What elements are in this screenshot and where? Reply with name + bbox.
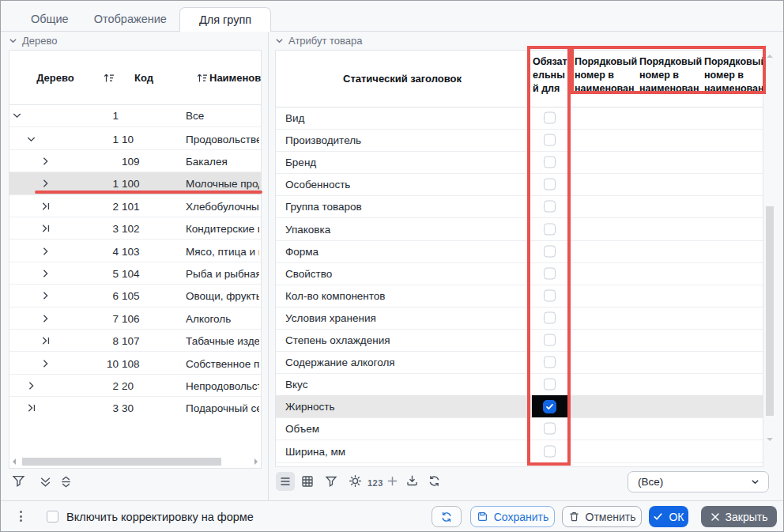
scroll-up-arrow[interactable] [767,55,773,58]
attribute-row[interactable]: Содержание алкоголя [276,351,763,374]
column-header-order-1[interactable]: Порядковый номер в наименован [575,55,638,96]
table-view-icon[interactable] [301,475,314,488]
required-checkbox[interactable] [544,289,556,301]
required-checkbox[interactable] [544,201,556,213]
tree-row[interactable]: 109Бакалея [9,149,261,172]
expand-node-icon[interactable] [40,290,51,302]
tree-row[interactable]: 2101Хлебобулочные и [9,194,261,217]
tree-row[interactable]: 6105Овощи, фрукты [9,284,261,307]
expand-node-leaf-icon[interactable] [40,200,51,212]
list-view-toggle[interactable] [276,472,295,491]
expand-node-leaf-icon[interactable] [40,335,51,347]
tab-display[interactable]: Отображение [81,7,179,31]
tree-row[interactable]: 3102Кондитерские из [9,217,261,240]
save-button[interactable]: Сохранить [470,506,555,527]
attribute-row[interactable]: Упаковка [276,218,763,241]
tree-row[interactable]: 5104Рыба и рыбная га [9,262,261,285]
filter-icon[interactable] [12,474,25,488]
attribute-row[interactable]: Особенность [276,173,763,196]
tab-general[interactable]: Общие [18,7,81,31]
gear-icon[interactable] [349,474,362,488]
attribute-row[interactable]: Ширина, мм [276,440,763,463]
collapse-node-icon[interactable] [25,133,37,145]
attribute-row[interactable]: Свойство [276,262,763,285]
scroll-right-arrow[interactable] [254,458,258,465]
expand-node-icon[interactable] [40,312,51,324]
attribute-row[interactable]: Степень охлаждения [276,329,763,352]
attribute-row[interactable]: Вид [276,107,763,130]
refresh-button[interactable] [432,506,462,527]
expand-node-icon[interactable] [25,379,37,391]
cancel-button[interactable]: Отменить [562,506,642,527]
expand-node-icon[interactable] [40,245,51,257]
refresh-icon[interactable] [428,474,441,488]
column-header-name[interactable]: Наименова [209,51,261,104]
scrollbar-thumb[interactable] [22,458,221,466]
numeric-format-icon[interactable]: 123 [368,478,383,488]
required-checkbox[interactable] [544,423,556,435]
attribute-row[interactable]: Объем [276,417,763,440]
ok-button[interactable]: ОК [649,506,688,527]
attribute-row[interactable]: Производитель [276,129,763,152]
required-checkbox[interactable] [544,311,556,323]
horizontal-scrollbar[interactable] [11,457,259,466]
tree-row[interactable]: 1Все [9,104,261,126]
column-header-tree[interactable]: Дерево [24,51,87,104]
column-header-order-2[interactable]: Порядковый номер в наименован [639,55,703,96]
form-adjustment-checkbox[interactable] [47,511,58,523]
collapse-node-icon[interactable] [11,110,23,122]
required-checkbox[interactable] [544,179,556,191]
expand-node-icon[interactable] [40,357,51,369]
required-checkbox[interactable] [544,157,556,168]
collapse-expand-icon[interactable] [59,475,73,489]
tree-row[interactable]: 110Продовольственн [9,126,261,149]
required-checkbox[interactable] [544,112,556,124]
scrollbar-thumb[interactable] [766,206,774,416]
attributes-section-header[interactable]: Атрибут товара [275,35,363,47]
kebab-menu-icon[interactable] [20,511,22,522]
expand-all-icon[interactable] [39,475,52,489]
attribute-row[interactable]: Вкус [276,373,763,396]
column-header-static-title[interactable]: Статический заголовок [276,51,529,107]
add-icon[interactable] [386,475,398,487]
tree-row[interactable]: 330Подарочный сер [9,396,261,419]
required-checkbox[interactable] [544,379,556,391]
group-filter-dropdown[interactable]: (Все) [628,471,769,492]
expand-node-icon[interactable] [40,178,51,190]
panel-divider[interactable] [268,32,269,500]
tree-row[interactable]: 10108Собственное про [9,351,261,374]
tree-row[interactable]: 4103Мясо, птица и мя [9,239,261,262]
tree-row[interactable]: 1100Молочные проду [9,172,261,194]
expand-node-icon[interactable] [40,155,51,167]
tree-row[interactable]: 8107Табачные издели [9,329,261,352]
required-checkbox[interactable] [544,334,556,346]
attribute-row[interactable]: Бренд [276,151,763,174]
scroll-down-arrow[interactable] [767,438,773,441]
expand-node-leaf-icon[interactable] [25,402,37,414]
scroll-left-arrow[interactable] [13,458,16,465]
expand-node-leaf-icon[interactable] [40,223,51,235]
vertical-scrollbar[interactable] [765,51,775,451]
required-checkbox[interactable] [544,134,556,146]
tree-row[interactable]: 220Непродовольстве [9,374,261,397]
expand-node-icon[interactable] [40,267,51,279]
column-header-code[interactable]: Код [126,51,161,104]
tree-row[interactable]: 7106Алкоголь [9,307,261,330]
required-checkbox[interactable] [544,267,556,279]
download-icon[interactable] [405,474,419,488]
filter-icon[interactable] [325,475,337,488]
sort-ascending-icon[interactable] [103,72,115,84]
close-button[interactable]: Закрыть [701,506,777,527]
required-checkbox[interactable] [543,400,556,413]
attribute-row[interactable]: Форма [276,240,763,263]
attribute-row[interactable]: Условия хранения [276,307,763,330]
sort-ascending-icon[interactable] [196,72,208,84]
column-header-required[interactable]: Обязательный для [533,55,569,96]
attribute-row[interactable]: Кол-во компонентов [276,285,763,308]
required-checkbox[interactable] [544,357,556,368]
attribute-row[interactable]: Группа товаров [276,195,763,218]
required-checkbox[interactable] [544,223,556,235]
required-checkbox[interactable] [544,245,556,257]
column-header-order-3[interactable]: Порядковый номер в наименован [704,55,764,96]
tab-for-groups[interactable]: Для групп [179,7,271,32]
